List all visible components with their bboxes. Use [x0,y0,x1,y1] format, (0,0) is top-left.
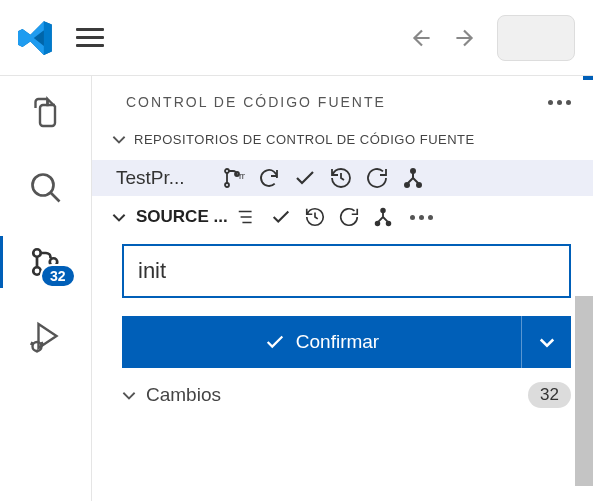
source-more-icon[interactable] [410,215,433,220]
panel-more-icon[interactable] [548,100,571,105]
chevron-down-icon [110,208,128,226]
titlebar [0,0,593,76]
activity-bar: 32 [0,76,92,501]
panel-title: CONTROL DE CÓDIGO FUENTE [126,94,548,110]
nav-back-icon[interactable] [409,25,435,51]
svg-point-14 [386,222,390,226]
scm-badge: 32 [40,264,76,288]
refresh-icon[interactable] [338,206,360,228]
chevron-down-icon [110,130,128,148]
repo-name: TestPr... [116,167,211,189]
svg-point-13 [381,209,385,213]
commit-dropdown-button[interactable] [521,316,571,368]
sync-icon[interactable] [257,166,281,190]
chevron-down-icon [537,332,557,352]
source-control-tab[interactable]: 32 [26,242,66,282]
svg-point-5 [225,169,229,173]
graph-icon[interactable] [372,206,394,228]
tree-view-icon[interactable] [236,206,258,228]
changes-count-badge: 32 [528,382,571,408]
svg-point-0 [32,175,53,196]
vscode-logo [18,20,54,56]
commit-button[interactable]: Confirmar [122,316,521,368]
source-section-label: SOURCE ... [136,207,228,227]
check-icon [264,331,286,353]
svg-point-6 [225,183,229,187]
svg-point-10 [411,169,415,173]
chevron-down-icon [120,386,138,404]
changes-section-header[interactable]: Cambios 32 [92,368,593,408]
hamburger-menu-icon[interactable] [76,28,104,47]
commit-button-label: Confirmar [296,331,379,353]
search-tab[interactable] [26,168,66,208]
svg-text:m: m [239,171,245,181]
svg-point-1 [33,249,41,257]
nav-forward-icon[interactable] [451,25,477,51]
repos-section-header[interactable]: REPOSITORIOS DE CONTROL DE CÓDIGO FUENTE [92,124,593,154]
explorer-tab[interactable] [26,94,66,134]
history-icon[interactable] [304,206,326,228]
repos-section-label: REPOSITORIOS DE CONTROL DE CÓDIGO FUENTE [134,132,475,147]
command-center[interactable] [497,15,575,61]
source-control-section-header[interactable]: SOURCE ... [92,196,593,238]
commit-message-input[interactable] [122,244,571,298]
refresh-icon[interactable] [365,166,389,190]
nav-arrows [409,25,477,51]
source-control-panel: CONTROL DE CÓDIGO FUENTE REPOSITORIOS DE… [92,76,593,501]
svg-point-11 [417,183,421,187]
scrollbar[interactable] [575,296,593,486]
check-icon[interactable] [293,166,317,190]
branch-icon[interactable]: m [221,166,245,190]
changes-label: Cambios [146,384,520,406]
accent-strip [583,76,593,80]
svg-point-9 [405,183,409,187]
graph-icon[interactable] [401,166,425,190]
svg-point-12 [375,222,379,226]
run-debug-tab[interactable] [26,316,66,356]
repo-row[interactable]: TestPr... m [92,160,593,196]
check-icon[interactable] [270,206,292,228]
history-icon[interactable] [329,166,353,190]
